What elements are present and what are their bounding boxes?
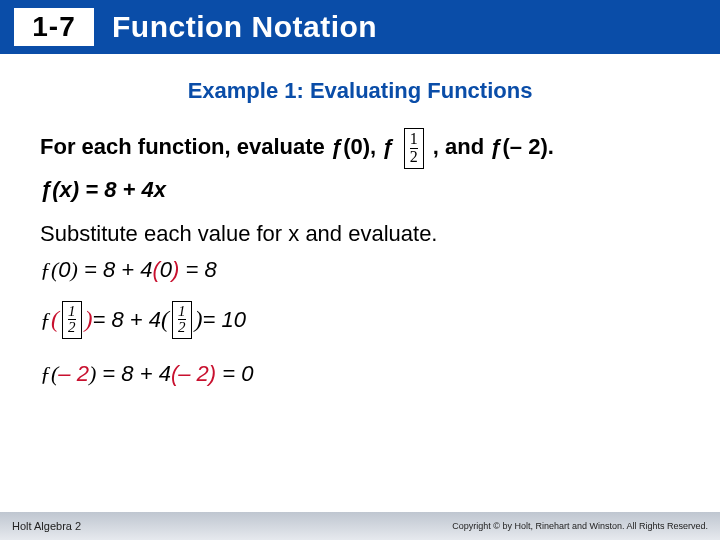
work-line-1: ƒ(0) = 8 + 4(0) = 8	[40, 257, 680, 283]
sub-value: – 2	[178, 361, 209, 386]
rhs-a: = 8 + 4	[96, 361, 171, 386]
fx-open: ƒ(	[40, 361, 58, 386]
section-number: 1-7	[32, 11, 75, 43]
slide: 1-7 Function Notation Example 1: Evaluat…	[0, 0, 720, 540]
red-paren-open: (	[153, 257, 160, 282]
problem-suffix: , and ƒ(– 2).	[433, 134, 554, 159]
footer-bar: Holt Algebra 2 Copyright © by Holt, Rine…	[0, 512, 720, 540]
example-title: Example 1: Evaluating Functions	[0, 78, 720, 104]
header-bar: 1-7 Function Notation	[0, 0, 720, 54]
fraction-denominator: 2	[178, 319, 186, 336]
problem-statement: For each function, evaluate ƒ(0), ƒ 1 2 …	[40, 128, 680, 169]
fraction-sub-icon: 1 2	[172, 301, 192, 340]
fraction-denominator: 2	[68, 319, 76, 336]
fraction-arg-icon: 1 2	[62, 301, 82, 340]
paren-close-icon: )	[195, 306, 203, 333]
section-number-box: 1-7	[14, 8, 94, 46]
problem-prefix: For each function, evaluate ƒ(0), ƒ	[40, 134, 395, 159]
fraction-numerator: 1	[68, 304, 76, 320]
fx-close: )	[71, 257, 78, 282]
red-paren-open-icon: (	[51, 306, 59, 333]
fraction-one-half-icon: 1 2	[404, 128, 424, 169]
function-definition: ƒ(x) = 8 + 4x	[40, 177, 680, 203]
fraction-numerator: 1	[178, 304, 186, 320]
fx-open: ƒ(	[40, 257, 58, 282]
work-line-2: ƒ ( 1 2 ) = 8 + 4 ( 1 2 ) = 10	[40, 301, 680, 340]
result: = 0	[216, 361, 253, 386]
arg-value: – 2	[58, 361, 89, 386]
rhs-a: = 8 + 4	[78, 257, 153, 282]
paren-open-icon: (	[161, 306, 169, 333]
work-line-3: ƒ(– 2) = 8 + 4(– 2) = 0	[40, 361, 680, 387]
footer-left: Holt Algebra 2	[12, 520, 81, 532]
arg-value: 0	[58, 257, 70, 282]
content-area: For each function, evaluate ƒ(0), ƒ 1 2 …	[0, 128, 720, 387]
red-paren-close-icon: )	[85, 306, 93, 333]
fraction-denominator: 2	[410, 148, 418, 166]
header-title: Function Notation	[112, 10, 377, 44]
footer-right: Copyright © by Holt, Rinehart and Winsto…	[452, 521, 708, 531]
sub-value: 0	[160, 257, 172, 282]
result: = 10	[203, 307, 246, 333]
rhs-a: = 8 + 4	[93, 307, 162, 333]
fraction-numerator: 1	[410, 131, 418, 148]
explanation-text: Substitute each value for x and evaluate…	[40, 221, 680, 247]
fx-label: ƒ	[40, 307, 51, 333]
result: = 8	[179, 257, 216, 282]
